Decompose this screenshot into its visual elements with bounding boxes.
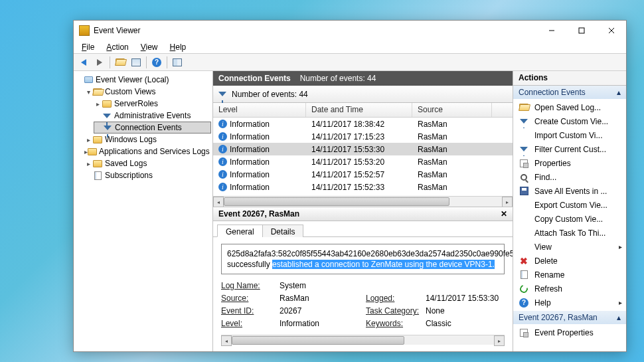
event-row[interactable]: iInformation14/11/2017 15:52:33RasMan [213,181,513,193]
action-view[interactable]: View▸ [513,240,626,254]
event-row[interactable]: iInformation14/11/2017 18:38:42RasMan [213,118,513,130]
scroll-thumb[interactable] [224,197,449,206]
cell-source: RasMan [412,145,492,154]
action-properties[interactable]: Properties [513,156,626,170]
find-icon [521,174,527,181]
horizontal-scrollbar[interactable]: ◂ ▸ [213,196,513,207]
tree-label: Applications and Services Logs [99,147,210,156]
tree-pane[interactable]: Event Viewer (Local) ▾ Custom Views ▸ Se… [74,71,213,351]
app-icon [79,25,90,36]
action-open-saved-log[interactable]: Open Saved Log... [513,100,626,114]
action-find[interactable]: Find... [513,170,626,184]
cell-date: 14/11/2017 18:38:42 [306,120,412,129]
dual-pane-button[interactable] [170,55,185,70]
help-button[interactable]: ? [149,55,164,70]
action-export-custom-vie[interactable]: Export Custom Vie... [513,198,626,212]
detail-close-button[interactable]: ✕ [501,209,507,219]
cell-level: Information [230,120,270,129]
scroll-thumb[interactable] [232,336,404,345]
expander-icon[interactable]: ▸ [94,100,102,108]
action-filter-current-cust[interactable]: Filter Current Cust... [513,142,626,156]
action-rename[interactable]: Rename [513,268,626,282]
back-button[interactable] [76,55,91,70]
action-label: Create Custom Vie... [534,117,608,126]
action-attach-task-to-thi[interactable]: Attach Task To Thi... [513,226,626,240]
grid-header: Level Date and Time Source [213,103,513,118]
menu-file[interactable]: File [76,41,100,53]
expander-icon[interactable]: ▸ [84,160,92,167]
maximize-button[interactable] [566,21,596,41]
scroll-left-button[interactable]: ◂ [221,335,232,346]
action-refresh[interactable]: Refresh [513,282,626,296]
menu-help[interactable]: Help [165,41,192,53]
col-source[interactable]: Source [412,103,492,117]
action-help[interactable]: ?Help▸ [513,296,626,310]
col-level[interactable]: Level [213,103,306,117]
action-copy-custom-vie[interactable]: Copy Custom Vie... [513,212,626,226]
detail-horizontal-scrollbar[interactable]: ◂ ▸ [221,335,505,345]
minimize-button[interactable] [536,21,566,41]
action-label: Import Custom Vi... [534,131,602,140]
event-row[interactable]: iInformation14/11/2017 15:53:20RasMan [213,155,513,168]
cell-date: 14/11/2017 17:15:23 [306,132,412,141]
toolbar-separator [110,56,110,68]
action-delete[interactable]: ✖Delete [513,254,626,268]
expander-icon[interactable]: ▸ [84,136,92,143]
titlebar: Event Viewer [74,21,626,41]
folder-open-icon [116,58,125,66]
tree-custom-views[interactable]: ▾ Custom Views [84,86,211,98]
action-label: Attach Task To Thi... [534,228,605,238]
tree-server-roles[interactable]: ▸ ServerRoles [94,98,211,110]
action-save-all-events-in[interactable]: Save All Events in ... [513,184,626,198]
scroll-right-button[interactable]: ▸ [502,197,513,207]
close-button[interactable] [596,21,626,41]
val-task-category: None [426,306,505,316]
action-create-custom-vie[interactable]: Create Custom Vie... [513,114,626,128]
tree-label: ServerRoles [114,99,158,108]
tab-general[interactable]: General [217,225,263,237]
tab-details[interactable]: Details [262,225,304,237]
event-row[interactable]: iInformation14/11/2017 15:52:57RasMan [213,168,513,181]
actions-list-2: Event Properties [513,324,626,341]
pane-toggle-button[interactable] [129,55,143,70]
menu-view[interactable]: View [135,41,163,53]
tree-subscriptions[interactable]: Subscriptions [84,169,211,181]
filter-bar-text: Number of events: 44 [232,90,308,99]
cell-level: Information [230,183,270,192]
computer-icon [84,76,93,83]
tree-admin-events[interactable]: Administrative Events [94,110,211,122]
tree-windows-logs[interactable]: ▸ Windows Logs [84,134,211,145]
actions-section-event[interactable]: Event 20267, RasMan ▴ [513,311,626,324]
event-message[interactable]: 625d8a2fafa3:582c0f85f55443ab42160e2680e… [221,244,505,274]
forward-button[interactable] [92,55,107,70]
close-icon [608,27,615,34]
lbl-task-category: Task Category: [366,306,426,316]
grid-body[interactable]: iInformation14/11/2017 18:38:42RasManiIn… [213,118,513,196]
menu-action[interactable]: Action [101,41,133,53]
action-import-custom-vi[interactable]: Import Custom Vi... [513,128,626,142]
col-date[interactable]: Date and Time [306,103,412,117]
actions-list-1: Open Saved Log...Create Custom Vie...Imp… [513,99,626,311]
properties-icon [520,329,528,337]
expander-icon[interactable]: ▾ [84,88,92,96]
actions-section-connection-events[interactable]: Connection Events ▴ [513,86,626,99]
minimize-icon [548,27,555,34]
action-label: Event Properties [534,328,594,337]
tree-label: Windows Logs [105,135,157,144]
action-event-properties[interactable]: Event Properties [513,325,626,339]
tree-saved-logs[interactable]: ▸ Saved Logs [84,157,211,169]
filter-bar: Number of events: 44 [213,86,513,103]
open-folder-button[interactable] [113,55,127,70]
cell-date: 14/11/2017 15:52:57 [306,170,412,179]
event-row[interactable]: iInformation14/11/2017 17:15:23RasMan [213,130,513,143]
event-row[interactable]: iInformation14/11/2017 15:53:30RasMan [213,143,513,155]
scroll-right-button[interactable]: ▸ [494,335,505,346]
tree-app-svc-logs[interactable]: ▸ Applications and Services Logs [84,145,211,157]
dual-pane-icon [173,58,182,66]
action-label: Export Custom Vie... [534,201,607,210]
submenu-arrow-icon: ▸ [619,243,622,250]
tree-root[interactable]: Event Viewer (Local) [75,74,211,86]
scroll-left-button[interactable]: ◂ [213,197,224,207]
folder-icon [93,88,102,96]
tree-connection-events[interactable]: Connection Events [94,122,211,134]
